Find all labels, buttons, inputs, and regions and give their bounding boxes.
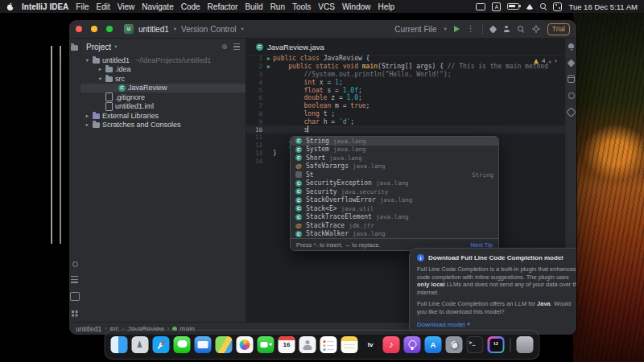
code-line-9[interactable]: 9 char h = 'd'; [246, 117, 565, 125]
menu-item-refactor[interactable]: Refactor [208, 2, 238, 11]
vcs-widget[interactable]: Version Control [181, 25, 236, 34]
tree-item-untitled1-iml[interactable]: untitled1.iml [80, 102, 246, 112]
code-line-5[interactable]: 5 float s = 1.0f; [246, 86, 565, 94]
dock-music[interactable] [383, 336, 400, 353]
tree-item-untitled1[interactable]: ▾untitled1~/IdeaProjects/untitled1 [80, 56, 246, 65]
menu-item-edit[interactable]: Edit [96, 2, 109, 11]
download-model-link[interactable]: Download model ▾ [417, 321, 576, 328]
run-configuration-selector[interactable]: Current File [394, 25, 436, 34]
project-icon[interactable] [71, 45, 78, 51]
structure-icon[interactable] [71, 276, 78, 283]
dock-reminders[interactable] [320, 336, 337, 353]
window-titlebar[interactable]: u untitled1 ▾ Version Control ▾ Current … [69, 20, 576, 39]
more-actions-icon[interactable]: ⋮ [467, 25, 475, 33]
tree-item-idea[interactable]: ▸.idea [80, 65, 246, 75]
ai-assistant-icon[interactable] [568, 60, 576, 68]
trial-badge[interactable]: Trial [547, 23, 570, 35]
spotlight-icon[interactable] [540, 3, 547, 10]
code-line-6[interactable]: 6 double z = 1.0; [246, 94, 565, 102]
settings-gear-icon[interactable] [532, 25, 540, 33]
menu-item-intellij-idea[interactable]: IntelliJ IDEA [22, 2, 68, 11]
completion-item-st[interactable]: StString [291, 171, 498, 179]
wifi-icon[interactable] [526, 4, 534, 10]
commit-icon[interactable] [71, 260, 78, 267]
dock-intellij-idea[interactable] [488, 336, 505, 353]
prev-problem-icon[interactable]: ▴ [548, 58, 551, 64]
tree-item-external-libraries[interactable]: ▸External Libraries [80, 111, 246, 121]
run-button[interactable] [454, 26, 460, 32]
completion-item-securityexception[interactable]: SecurityExceptionjava.lang [291, 179, 498, 188]
dock-photos[interactable] [237, 336, 254, 353]
ai-assistant-icon[interactable] [489, 25, 497, 33]
completion-item-system[interactable]: Systemjava.lang [291, 146, 498, 154]
completion-item-string[interactable]: Stringjava.lang [291, 137, 498, 146]
menu-item-view[interactable]: View [118, 2, 135, 11]
menu-item-build[interactable]: Build [245, 2, 262, 11]
completion-item-safevarargs[interactable]: SafeVarargsjava.lang [291, 162, 498, 171]
dock-podcasts[interactable] [404, 336, 421, 353]
completion-item-stack-e[interactable]: Stack<E>java.util [291, 204, 498, 213]
completion-item-stackwalker[interactable]: StackWalkerjava.lang [291, 230, 498, 239]
dock-trash[interactable] [517, 336, 534, 353]
tree-item-scratches-and-consoles[interactable]: ▸Scratches and Consoles [80, 121, 246, 130]
dock-notes[interactable] [341, 336, 358, 353]
code-line-2[interactable]: 2 public static void main(String[] args)… [246, 63, 565, 71]
dock-safari[interactable] [153, 336, 170, 353]
completion-item-stacktraceelement[interactable]: StackTraceElementjava.lang [291, 213, 498, 222]
menu-item-help[interactable]: Help [378, 2, 395, 11]
select-opened-file-icon[interactable] [221, 43, 228, 50]
control-center-icon[interactable] [553, 2, 562, 11]
notifications-icon[interactable] [568, 43, 575, 51]
inspections-widget[interactable]: 4 ▴ ▾ [534, 57, 557, 64]
zoom-window-button[interactable] [106, 26, 113, 32]
menu-item-window[interactable]: Window [342, 2, 371, 11]
search-icon[interactable] [518, 26, 525, 33]
dock-terminal[interactable] [467, 336, 484, 353]
menu-item-vcs[interactable]: VCS [318, 2, 335, 11]
tree-item-src[interactable]: ▾src [80, 74, 246, 84]
tab-javareview[interactable]: JavaReview.java [248, 39, 332, 55]
close-window-button[interactable] [76, 26, 82, 32]
dock-calendar[interactable]: 16 [279, 336, 295, 353]
menu-item-tools[interactable]: Tools [292, 2, 311, 11]
project-panel-header[interactable]: Project ▾ [80, 39, 246, 55]
build-icon[interactable] [566, 107, 576, 117]
database-icon[interactable] [568, 75, 575, 83]
keyboard-input-icon[interactable]: A [492, 2, 501, 11]
tree-item-gitignore[interactable]: .gitignore [80, 93, 246, 102]
completion-item-security[interactable]: Securityjava.security [291, 187, 498, 196]
completion-item-stackoverflowerror[interactable]: StackOverflowErrorjava.lang [291, 196, 498, 205]
dock-facetime[interactable] [258, 336, 275, 353]
battery-icon[interactable] [507, 3, 519, 10]
menu-item-file[interactable]: File [76, 2, 89, 11]
completion-item-short[interactable]: Shortjava.lang [291, 154, 498, 162]
code-line-8[interactable]: 8 long t ; [246, 110, 565, 118]
menu-item-run[interactable]: Run [270, 2, 285, 11]
menu-item-code[interactable]: Code [181, 2, 200, 11]
minimize-window-button[interactable] [91, 26, 97, 32]
profile-icon[interactable] [503, 26, 510, 33]
dock-finder[interactable] [111, 336, 128, 353]
run-gutter-icon[interactable] [265, 65, 273, 68]
gradle-icon[interactable] [568, 92, 575, 99]
dock-messages[interactable] [174, 336, 191, 353]
breadcrumb-untitled1[interactable]: untitled1 [76, 325, 101, 333]
screen-mirroring-icon[interactable] [476, 3, 485, 10]
terminal-icon[interactable] [70, 292, 80, 301]
dock-settings[interactable] [446, 336, 463, 353]
tree-item-javareview[interactable]: JavaReview [80, 84, 246, 93]
code-line-10[interactable]: 10 s [246, 125, 565, 134]
menu-item-navigate[interactable]: Navigate [142, 2, 173, 11]
services-icon[interactable] [71, 310, 78, 317]
code-line-1[interactable]: 1public class JavaReview { [246, 55, 565, 63]
collapse-all-icon[interactable] [233, 43, 240, 50]
menu-clock[interactable]: Tue 16 Dec 5:11 AM [568, 2, 638, 11]
dock-mail[interactable] [195, 336, 212, 353]
dock-app-store[interactable] [425, 336, 442, 353]
dock-maps[interactable] [216, 336, 233, 353]
completion-item-stacktrace[interactable]: StackTracejdk.jfr [291, 221, 498, 230]
dock-launchpad[interactable] [132, 336, 149, 353]
dock-contacts[interactable] [299, 336, 316, 353]
apple-menu[interactable] [6, 2, 14, 11]
next-problem-icon[interactable]: ▾ [555, 58, 557, 64]
